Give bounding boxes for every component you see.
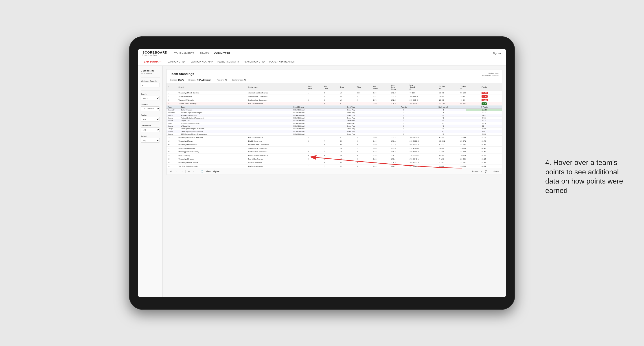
cell-bnds: 22 — [338, 165, 356, 168]
cell-points[interactable]: 97.02 — [480, 91, 502, 95]
cell-rank: 23 — [166, 154, 177, 157]
table-row[interactable]: 2 Auburn University Southeastern Confere… — [166, 95, 502, 98]
table-row[interactable]: 3 Vanderbilt University Southeastern Con… — [166, 98, 502, 102]
cell-points[interactable]: 88.14 — [480, 157, 502, 161]
subnav-team-summary[interactable]: TEAM SUMMARY — [142, 59, 162, 65]
cell-adj: 1.30 — [372, 161, 390, 165]
table-row[interactable]: 22 Mississippi State University Southeas… — [166, 150, 502, 154]
toolbar-copy[interactable]: ⧉ — [187, 170, 190, 173]
cell-points[interactable]: 83.41 — [480, 150, 502, 154]
table-row[interactable]: 26 The Ohio State University Big Ten Con… — [166, 165, 502, 168]
toolbar-undo[interactable]: ↺ — [169, 170, 173, 173]
cell-overall: 265 87-25-1 — [408, 102, 438, 106]
sidebar-portal-header: Committee Portal Review — [141, 69, 160, 74]
table-row[interactable]: 23 Duke University Atlantic Coast Confer… — [166, 154, 502, 157]
toolbar-clock[interactable]: 🕐 — [200, 170, 204, 173]
subnav-team-h2h-grid[interactable]: TEAM H2H GRID — [166, 59, 185, 65]
cell-vs25: 33-19-1 — [438, 102, 459, 106]
sidebar-portal-subtitle: Portal Review — [141, 72, 160, 74]
cell-bnds: 25 — [338, 139, 356, 143]
cell-tours: 7 — [323, 147, 339, 150]
cell-wins: 0 — [356, 154, 372, 157]
subnav-team-h2h-heatmap[interactable]: TEAM H2H HEATMAP — [189, 59, 213, 65]
cell-conf-rank: 5 — [306, 157, 323, 161]
toolbar-settings[interactable]: ⋯ — [192, 170, 196, 173]
report-filters: Gender: Men's Division: NCAA Division I … — [166, 78, 502, 83]
sidebar-conference-select[interactable]: (All) — [141, 128, 160, 132]
tablet-frame: SCOREBOARD Powered by clippd TOURNAMENTS… — [129, 36, 515, 310]
sidebar-division: Division NCAA Division I — [141, 104, 160, 111]
sidebar-school-select[interactable]: (All) — [141, 138, 160, 143]
cell-points[interactable]: 78.5 — [480, 102, 502, 106]
cell-wins — [356, 102, 372, 106]
table-row[interactable]: 18 University of California, Berkeley Pa… — [166, 136, 502, 139]
table-row[interactable]: 19 University of Texas Big 12 Conference… — [166, 139, 502, 143]
cell-conf-rank: 5 — [306, 154, 323, 157]
col-overall: LowOverall25 — [408, 83, 438, 91]
cell-points[interactable]: 88.70 — [480, 139, 502, 143]
sidebar-division-select[interactable]: NCAA Division I — [141, 106, 160, 111]
cell-tours: 7 — [323, 150, 339, 154]
cell-points[interactable]: 88.48 — [480, 147, 502, 150]
sub-nav: TEAM SUMMARY TEAM H2H GRID TEAM H2H HEAT… — [138, 58, 506, 66]
cell-points[interactable]: 83.07 — [480, 136, 502, 139]
update-time-label: Update time: — [488, 72, 498, 74]
cell-avg: 278.1 — [390, 139, 408, 143]
cell-points[interactable]: 88.71 — [480, 154, 502, 157]
table-row[interactable]: 24 University of Oregon Pac-12 Conferenc… — [166, 157, 502, 161]
cell-vs25: 7-15-0 — [438, 147, 459, 150]
cell-rank: 25 — [166, 161, 177, 165]
cell-vs50: 46-5-0 — [459, 98, 480, 102]
col-school: School — [177, 83, 247, 91]
cell-bnds: 10 — [338, 91, 356, 95]
cell-avg: 272.0 — [390, 91, 408, 95]
table-row-highlighted[interactable]: 4 Arizona State University Pac-12 Confer… — [166, 102, 502, 106]
cell-conference: Atlantic Coast Conference — [247, 91, 306, 95]
cell-points[interactable]: 93.31 — [480, 95, 502, 98]
toolbar-share[interactable]: ⤴ Share — [490, 170, 500, 173]
sidebar-min-rounds-input[interactable] — [141, 83, 160, 87]
filter-region-label: Region: — [217, 79, 224, 81]
nav-tournaments[interactable]: TOURNAMENTS — [174, 51, 194, 56]
cell-points[interactable]: 83.89 — [480, 161, 502, 165]
sidebar-gender-select[interactable]: Men's — [141, 96, 160, 100]
sidebar-division-label: Division — [141, 104, 160, 106]
table-row[interactable]: 21 University of Alabama Southeastern Co… — [166, 147, 502, 150]
cell-overall: 269 63-5-0 — [408, 98, 438, 102]
cell-rank: 18 — [166, 136, 177, 139]
cell-conf-rank: 1 — [306, 161, 323, 165]
cell-school: Vanderbilt University — [177, 98, 247, 102]
table-row[interactable]: 20 University of New Mexico Mountain Wes… — [166, 143, 502, 147]
nav-committee[interactable]: COMMITTEE — [214, 51, 230, 56]
cell-overall: 267 55-23-1 — [408, 165, 438, 168]
cell-tours: 9 — [323, 91, 339, 95]
expanded-row: Univers Amer Ari Intercollegiate NCAA Di… — [166, 114, 502, 117]
expanded-row: Univers National Invitational Tournament… — [166, 117, 502, 119]
toolbar-redo[interactable]: ↻ — [174, 170, 178, 173]
table-row[interactable]: 25 University of North Florida ASUN Conf… — [166, 161, 502, 165]
sign-out-link[interactable]: Sign out — [490, 52, 502, 55]
cell-bnds: 20 — [338, 154, 356, 157]
sidebar-region: Region N/A — [141, 114, 160, 122]
subnav-player-h2h-grid[interactable]: PLAYER H2H GRID — [244, 59, 265, 65]
subnav-player-summary[interactable]: PLAYER SUMMARY — [218, 59, 239, 65]
cell-points[interactable]: 88.94 — [480, 165, 502, 168]
toolbar-comment[interactable]: 💬 — [484, 170, 488, 173]
standings-table: # School Conference ConfRank NoTour Bnds… — [166, 83, 502, 168]
cell-vs50: 35-4-0 — [459, 95, 480, 98]
cell-points[interactable]: 90.32 — [480, 98, 502, 102]
cell-overall: 268 42-31-3 — [408, 139, 438, 143]
cell-tours: 8 — [323, 98, 339, 102]
toolbar-watch-btn[interactable]: 👁 Watch ▾ — [472, 170, 482, 173]
sidebar-region-select[interactable]: N/A — [141, 117, 160, 122]
cell-conference: Atlantic Coast Conference — [247, 154, 306, 157]
cell-points[interactable]: 88.49 — [480, 143, 502, 147]
toolbar-refresh[interactable]: ⟳ — [180, 170, 184, 173]
cell-rank: 24 — [166, 157, 177, 161]
cell-overall: 260 86-4-0 — [408, 95, 438, 98]
table-row[interactable]: 1 University of North Carolina Atlantic … — [166, 91, 502, 95]
cell-conference: Pac-12 Conference — [247, 136, 306, 139]
subnav-player-h2h-heatmap[interactable]: PLAYER H2H HEATMAP — [269, 59, 295, 65]
nav-teams[interactable]: TEAMS — [200, 51, 209, 56]
expanded-row: Univers Williams Cup NCAA Division I Str… — [166, 125, 502, 128]
